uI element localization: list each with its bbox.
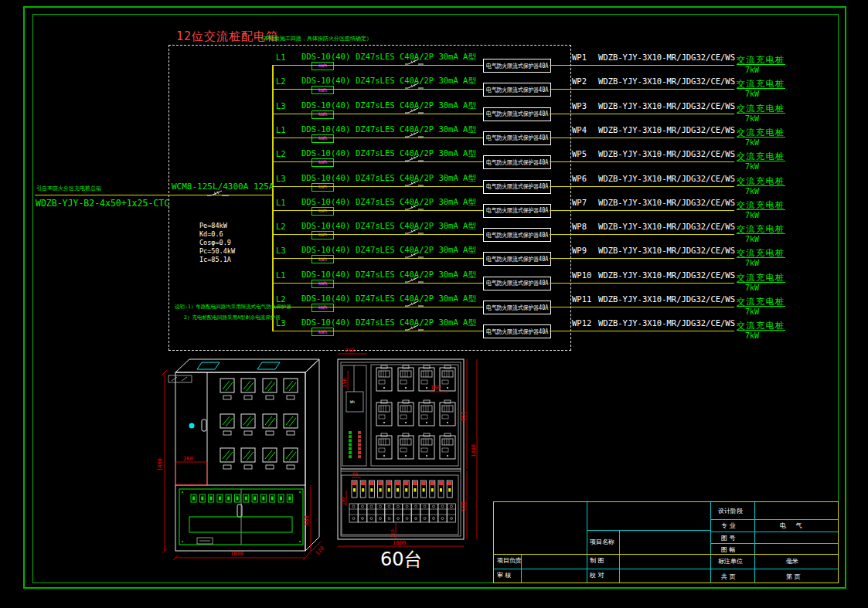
meter-windows <box>220 379 298 469</box>
circuit-cable-spec: WDZB-YJY-3X10-MR/JDG32/CE/WS <box>598 53 735 62</box>
circuit-line-right <box>550 65 734 66</box>
terminal-rail <box>349 504 456 522</box>
breaker-switch-icon <box>405 130 424 139</box>
quantity-label: 60台 <box>380 547 423 572</box>
kwh-meters <box>376 365 455 459</box>
calc-line: Pc=50.4kW <box>199 247 235 256</box>
dim-upper-height: 850 <box>461 411 467 421</box>
circuit-row: L1 DDS-10(40) kWh DZ47sLES C40A/2P 30mA … <box>272 124 798 148</box>
kwh-meter-box: kWh <box>311 207 334 216</box>
circuit-cable-spec: WDZB-YJY-3X10-MR/JDG32/CE/WS <box>598 76 735 86</box>
phase-label: L3 <box>276 101 286 110</box>
circuit-line-right <box>550 161 734 162</box>
circuit-line-left <box>272 331 483 331</box>
load-label: 交流充电桩 <box>737 199 785 210</box>
breaker-switch-icon <box>405 323 424 332</box>
load-label: 交流充电桩 <box>737 296 785 307</box>
meter-model: DDS-10(40) <box>301 318 350 327</box>
fire-protector-label: 电气防火限流式保护器40A <box>486 62 548 70</box>
meter-model: DDS-10(40) <box>301 294 350 303</box>
load-label: 交流充电桩 <box>737 54 785 65</box>
circuit-line-right <box>550 283 734 284</box>
fire-protector-box: 电气防火限流式保护器40A <box>483 324 551 338</box>
circuit-line-left <box>272 138 483 138</box>
unit-value: 毫米 <box>786 557 798 566</box>
breaker-switch-icon <box>405 154 424 163</box>
kwh-meter-box: kWh <box>311 231 334 239</box>
breaker-switch-icon <box>405 57 424 66</box>
titleblock-line <box>754 502 755 583</box>
load-label: 交流充电桩 <box>737 223 785 234</box>
kwh-meter-box: kWh <box>311 255 334 263</box>
circuit-row: L1 DDS-10(40) kWh DZ47sLES C40A/2P 30mA … <box>272 197 798 220</box>
breaker-switch-icon <box>405 250 424 260</box>
kwh-meter-box: kWh <box>311 328 334 336</box>
phase-label: L1 <box>276 125 286 134</box>
fire-protector-box: 电气防火限流式保护器40A <box>483 83 551 97</box>
page-label: 第 页 <box>786 572 801 581</box>
fire-protector-label: 电气防火限流式保护器40A <box>486 279 548 287</box>
circuit-line-right <box>550 307 734 307</box>
phase-label: L1 <box>276 53 286 62</box>
fire-protector-label: 电气防火限流式保护器40A <box>486 158 548 167</box>
meter-model: DDS-10(40) <box>301 52 350 61</box>
fire-protector-box: 电气防火限流式保护器40A <box>483 252 551 266</box>
dim-layout-width: 1000 <box>393 540 406 546</box>
load-label: 交流充电桩 <box>737 103 785 114</box>
circuit-row: L3 DDS-10(40) kWh DZ47sLES C40A/2P 30mA … <box>272 245 798 268</box>
circuit-line-right <box>550 210 734 211</box>
cabinet-layout-view: Wh 250 150 160 850 1400 550 60 100 150 1… <box>332 348 487 576</box>
label-strip-window <box>189 517 292 532</box>
load-label: 交流充电桩 <box>737 272 785 283</box>
load-power: 7kW <box>745 187 759 195</box>
breaker-switch-icon <box>405 178 424 188</box>
breaker-switch-icon <box>405 299 424 308</box>
fire-protector-box: 电气防火限流式保护器40A <box>483 155 551 169</box>
circuit-row: L2 DDS-10(40) kWh DZ47sLES C40A/2P 30mA … <box>272 148 798 172</box>
circuit-line-right <box>550 138 734 138</box>
fire-protector-box: 电气防火限流式保护器40A <box>483 107 551 121</box>
titleblock-line <box>710 502 711 583</box>
load-label: 交流充电桩 <box>737 175 785 186</box>
load-label: 交流充电桩 <box>737 127 785 138</box>
dim-total-height: 1400 <box>471 444 477 457</box>
load-label: 交流充电桩 <box>737 78 785 89</box>
vent-icon <box>197 362 220 369</box>
circuit-id: WP3 <box>572 101 587 110</box>
circuit-id: WP8 <box>572 222 587 231</box>
load-power: 7kW <box>745 331 759 340</box>
main-meter-label: Wh <box>350 399 355 404</box>
calc-line: Kd=0.6 <box>199 230 235 239</box>
circuit-id: WP5 <box>572 149 587 158</box>
titleblock-line <box>710 543 838 544</box>
door-vent-grille <box>168 375 192 382</box>
indicator-dot <box>189 423 195 429</box>
phase-label: L3 <box>276 318 286 328</box>
fire-protector-box: 电气防火限流式保护器40A <box>483 131 551 145</box>
circuit-line-right <box>550 186 734 187</box>
project-lead-label: 项目负责 <box>497 556 522 565</box>
circuit-line-right <box>550 89 734 90</box>
door-lock-handle <box>202 419 206 431</box>
check-label: 校 对 <box>590 571 604 579</box>
circuit-id: WP10 <box>572 270 591 280</box>
circuit-line-left <box>272 65 483 66</box>
dim-top-width: 250 <box>345 348 355 354</box>
circuit-row: L1 DDS-10(40) kWh DZ47sLES C40A/2P 30mA … <box>272 52 798 75</box>
circuit-line-right <box>550 114 734 114</box>
circuit-id: WP11 <box>572 294 591 304</box>
load-power: 7kW <box>745 66 759 74</box>
kwh-meter-box: kWh <box>311 183 334 192</box>
dim-rail-gap: 100 <box>340 497 345 505</box>
circuit-line-left <box>272 186 483 187</box>
titleblock-line <box>587 502 587 583</box>
breaker-switch-icon <box>405 106 424 115</box>
circuit-line-left <box>272 161 483 162</box>
dim-height: 1400 <box>157 458 163 471</box>
meter-model: DDS-10(40) <box>301 124 350 134</box>
incoming-cable-spec: WDZB-YJY-B2-4x50+1x25-CTC <box>36 198 169 209</box>
major-value: 电 气 <box>780 521 806 530</box>
circuit-cable-spec: WDZB-YJY-3X10-MR/JDG32/CE/WS <box>598 101 735 110</box>
circuit-cable-spec: WDZB-YJY-3X10-MR/JDG32/CE/WS <box>598 318 735 328</box>
circuit-id: WP9 <box>572 246 587 255</box>
